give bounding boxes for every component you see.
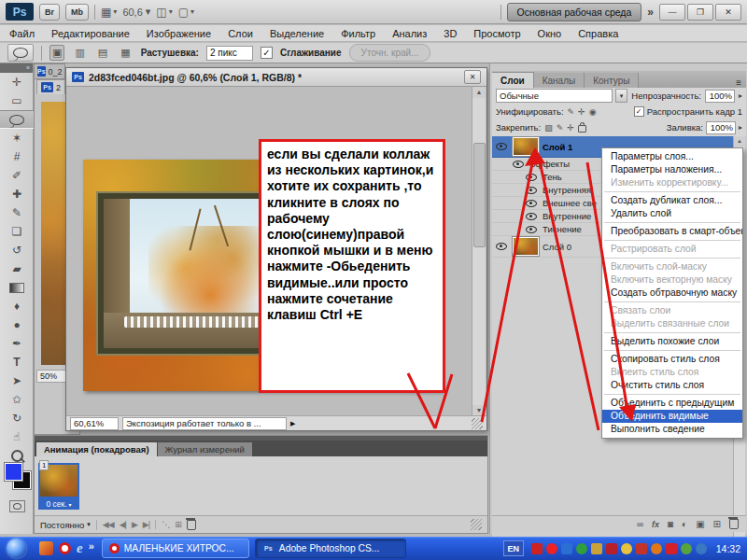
tray-icon[interactable] bbox=[696, 543, 707, 554]
tray-icon[interactable] bbox=[636, 543, 647, 554]
menu-image[interactable]: Изображение bbox=[147, 28, 211, 39]
status-zoom-field[interactable]: 60,61% bbox=[70, 417, 119, 430]
tray-icon[interactable] bbox=[531, 543, 543, 554]
selection-mode-subtract-icon[interactable]: ▤ bbox=[95, 45, 110, 61]
type-tool[interactable]: T bbox=[0, 353, 34, 371]
menu-item-merge-visible[interactable]: Объединить видимые bbox=[602, 410, 742, 423]
play-icon[interactable]: ▶ bbox=[132, 520, 137, 529]
crop-tool[interactable]: # bbox=[0, 147, 34, 166]
menu-layers[interactable]: Слои bbox=[228, 28, 253, 39]
foreground-color-swatch[interactable] bbox=[5, 463, 22, 481]
layer-thumbnail[interactable] bbox=[513, 237, 539, 256]
dodge-tool[interactable]: ● bbox=[0, 315, 34, 334]
active-tool-preset[interactable] bbox=[7, 44, 34, 62]
brush-tool[interactable]: ✎ bbox=[0, 203, 34, 222]
delete-layer-icon[interactable] bbox=[729, 519, 739, 529]
tab-layers[interactable]: Слои bbox=[492, 72, 534, 88]
lasso-tool[interactable] bbox=[0, 110, 34, 129]
delete-frame-icon[interactable] bbox=[187, 520, 196, 530]
menu-window[interactable]: Окно bbox=[538, 28, 562, 39]
new-layer-icon[interactable]: ⊞ bbox=[713, 519, 721, 529]
tray-icon[interactable] bbox=[576, 543, 587, 554]
quick-launch-app-icon[interactable] bbox=[39, 541, 53, 555]
minimize-button[interactable]: — bbox=[659, 4, 685, 21]
next-frame-icon[interactable]: ▶| bbox=[143, 520, 149, 529]
document-close-button[interactable]: ✕ bbox=[464, 70, 481, 84]
workspace-switcher-button[interactable]: Основная рабочая среда bbox=[507, 3, 642, 21]
propagate-frame-checkbox[interactable]: ✓ bbox=[634, 106, 644, 117]
opera-icon[interactable] bbox=[59, 542, 71, 554]
tray-icon[interactable] bbox=[546, 543, 557, 554]
scroll-up-icon[interactable]: ▲ bbox=[734, 136, 745, 147]
menu-item-blending-options[interactable]: Параметры наложения... bbox=[602, 163, 742, 176]
eye-icon[interactable] bbox=[526, 187, 537, 194]
background-document-tab[interactable]: Ps 0_2 bbox=[34, 63, 65, 78]
unify-visibility-icon[interactable]: ◉ bbox=[589, 107, 597, 117]
eye-icon[interactable] bbox=[526, 226, 537, 233]
opacity-spinner-icon[interactable]: ▸ bbox=[739, 91, 742, 100]
vertical-scrollbar[interactable]: ▲ ▼ bbox=[472, 87, 486, 416]
tween-icon[interactable]: ⋱ bbox=[155, 520, 169, 529]
path-selection-tool[interactable]: ➤ bbox=[0, 371, 34, 390]
scroll-up-icon[interactable]: ▲ bbox=[472, 87, 486, 98]
eye-icon[interactable] bbox=[526, 200, 537, 207]
frame-delay-dropdown[interactable]: 0 сек. ▾ bbox=[38, 498, 79, 510]
menu-select[interactable]: Выделение bbox=[270, 28, 324, 39]
add-mask-icon[interactable]: ◙ bbox=[668, 519, 673, 529]
eye-icon[interactable] bbox=[496, 243, 507, 250]
unify-position-icon[interactable]: ✛ bbox=[578, 107, 585, 117]
antialias-checkbox[interactable]: ✓ bbox=[261, 47, 273, 59]
tab-measurement-log[interactable]: Журнал измерений bbox=[158, 442, 252, 456]
menu-item-layer-properties[interactable]: Параметры слоя... bbox=[602, 150, 742, 163]
blend-mode-select[interactable]: Обычные bbox=[496, 89, 613, 103]
menu-item-merge-down[interactable]: Объединить с предыдущим bbox=[602, 397, 742, 410]
first-frame-icon[interactable]: ◀◀ bbox=[103, 520, 114, 529]
adjustment-layer-icon[interactable]: ◐ bbox=[682, 519, 687, 529]
tab-channels[interactable]: Каналы bbox=[534, 73, 585, 88]
opacity-field[interactable]: 100% bbox=[705, 90, 735, 103]
link-layers-icon[interactable]: ∞ bbox=[637, 519, 643, 529]
effect-name[interactable]: Внутренняя bbox=[543, 185, 591, 195]
blur-tool[interactable]: ♦ bbox=[0, 297, 34, 315]
tab-animation[interactable]: Анимация (покадровая) bbox=[36, 442, 157, 456]
fill-spinner-icon[interactable]: ▸ bbox=[739, 123, 742, 132]
move-tool[interactable]: ✛ bbox=[0, 73, 34, 91]
menu-edit[interactable]: Редактирование bbox=[51, 28, 130, 39]
arrange-documents-button[interactable]: ◫ ▾ bbox=[156, 6, 172, 19]
feather-input[interactable]: 2 пикс bbox=[206, 46, 253, 61]
eye-icon[interactable] bbox=[526, 174, 537, 181]
lock-transparency-icon[interactable]: ▨ bbox=[544, 123, 553, 133]
pen-tool[interactable]: ✒ bbox=[0, 334, 34, 353]
selection-mode-new-icon[interactable]: ▣ bbox=[49, 45, 64, 61]
quick-launch-overflow-chevron[interactable]: » bbox=[89, 540, 94, 552]
menu-help[interactable]: Справка bbox=[578, 28, 618, 39]
internet-explorer-icon[interactable]: e bbox=[77, 540, 83, 556]
start-button[interactable] bbox=[7, 539, 26, 558]
layer-style-icon[interactable]: fx bbox=[652, 520, 659, 529]
quick-selection-tool[interactable]: ✶ bbox=[0, 129, 34, 147]
menu-item-select-similar[interactable]: Выделить похожие слои bbox=[602, 335, 742, 348]
unify-paint-icon[interactable]: ✎ bbox=[568, 107, 575, 117]
history-brush-tool[interactable]: ↺ bbox=[0, 241, 34, 259]
mini-bridge-button[interactable]: Mb bbox=[65, 4, 89, 21]
menu-analysis[interactable]: Анализ bbox=[392, 28, 427, 39]
eye-icon[interactable] bbox=[513, 161, 524, 168]
menu-item-convert-smart-object[interactable]: Преобразовать в смарт-объект bbox=[602, 225, 742, 238]
new-group-icon[interactable]: ▣ bbox=[696, 519, 704, 529]
tray-icon[interactable] bbox=[666, 543, 677, 554]
clone-stamp-tool[interactable]: ❏ bbox=[0, 222, 34, 241]
selection-mode-intersect-icon[interactable]: ▦ bbox=[118, 45, 133, 61]
menu-item-create-clipping-mask[interactable]: Создать обтравочную маску bbox=[602, 287, 742, 300]
layer-thumbnail[interactable] bbox=[513, 137, 539, 156]
hand-tool[interactable]: ☝ bbox=[0, 427, 34, 446]
language-indicator[interactable]: EN bbox=[503, 540, 524, 556]
background-document-title[interactable]: Ps 2 bbox=[36, 79, 65, 94]
tray-icon[interactable] bbox=[621, 543, 632, 554]
previous-frame-icon[interactable]: ◀| bbox=[120, 520, 126, 529]
tab-paths[interactable]: Контуры bbox=[585, 73, 639, 88]
menu-item-flatten-image[interactable]: Выполнить сведение bbox=[602, 423, 742, 436]
effect-name[interactable]: Тень bbox=[543, 172, 562, 182]
lock-all-icon[interactable] bbox=[578, 125, 586, 133]
document-canvas[interactable]: если вы сделали коллаж из нескольких кар… bbox=[66, 87, 473, 416]
tray-icon[interactable] bbox=[561, 543, 572, 554]
